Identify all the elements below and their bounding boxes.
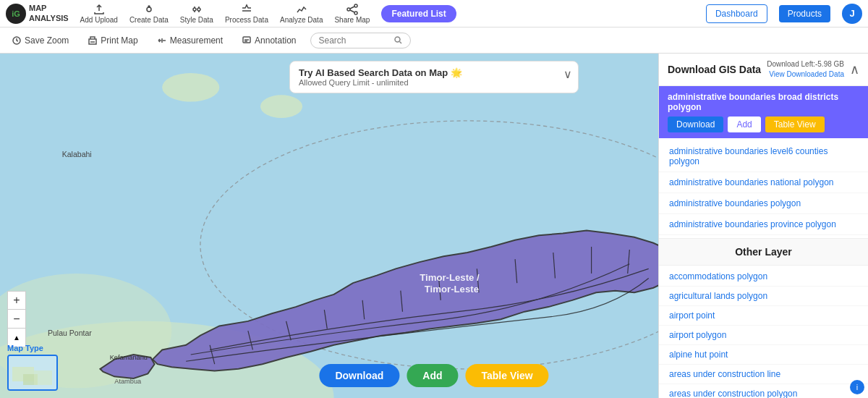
other-layer-item-4[interactable]: alpine hut point	[659, 345, 868, 365]
map-type-thumbnail[interactable]	[7, 355, 58, 391]
save-zoom-label: Save Zoom	[25, 35, 69, 46]
svg-point-5	[347, 8, 350, 11]
ai-banner-title: Try AI Based Search Data on Map 🌟	[299, 67, 556, 78]
gis-header: Download GIS Data Download Left:-5.98 GB…	[659, 54, 868, 86]
layer-list: administrative boundaries level6 countie…	[659, 138, 868, 238]
bottom-add-button[interactable]: Add	[407, 364, 458, 387]
zoom-in-button[interactable]: +	[7, 291, 26, 310]
nav-process-data-label: Process Data	[225, 16, 268, 24]
right-panel: Download GIS Data Download Left:-5.98 GB…	[658, 54, 868, 398]
panel-collapse-button[interactable]: ∧	[850, 62, 859, 77]
gis-meta: Download Left:-5.98 GB View Downloaded D…	[767, 59, 844, 80]
nav-share-map[interactable]: Share Map	[334, 4, 370, 24]
other-layer-item-3[interactable]: airport polygon	[659, 326, 868, 345]
svg-point-6	[354, 12, 357, 14]
bottom-actions: Download Add Table View	[319, 364, 548, 387]
svg-text:Timor-Leste /: Timor-Leste /	[420, 272, 480, 283]
search-input[interactable]	[318, 35, 391, 46]
nav-add-upload-label: Add Upload	[80, 16, 118, 24]
nav-share-map-label: Share Map	[334, 16, 370, 24]
other-layer-item-0[interactable]: accommodations polygon	[659, 267, 868, 287]
layer-item-2[interactable]: administrative boundaries polygon	[659, 193, 868, 214]
svg-text:Atambua: Atambua	[114, 378, 142, 385]
bottom-table-button[interactable]: Table View	[466, 364, 549, 387]
measurement-button[interactable]: Measurement	[153, 33, 227, 48]
svg-text:Kefamananu: Kefamananu	[110, 354, 148, 361]
save-zoom-button[interactable]: Save Zoom	[7, 33, 73, 48]
annotation-button[interactable]: Annotation	[237, 33, 300, 48]
map-type-label: Map Type	[7, 344, 58, 352]
zoom-out-button[interactable]: −	[7, 310, 26, 329]
gis-panel-title: Download GIS Data	[668, 64, 761, 75]
search-box	[310, 33, 411, 48]
print-map-label: Print Map	[101, 35, 137, 46]
other-layer-header: Other Layer	[659, 238, 868, 266]
measurement-label: Measurement	[170, 35, 223, 46]
print-map-button[interactable]: Print Map	[83, 33, 142, 48]
nav-add-upload[interactable]: Add Upload	[80, 4, 118, 24]
other-layer-item-1[interactable]: agricultural lands polygon	[659, 287, 868, 306]
nav-analyze-data[interactable]: Analyze Data	[280, 4, 323, 24]
logo-area: iG MAP ANALYSIS	[6, 4, 69, 24]
logo-text: MAP ANALYSIS	[29, 4, 69, 22]
layer-item-1[interactable]: administrative boundaries national polyg…	[659, 172, 868, 193]
download-left-text: Download Left:-5.98 GB	[767, 59, 844, 69]
other-layer-list: accommodations polygon agricultural land…	[659, 266, 868, 398]
svg-point-15	[260, 95, 302, 118]
panel-table-button[interactable]: Table View	[765, 117, 825, 132]
highlighted-item-text: administrative boundaries broad district…	[668, 92, 859, 112]
other-layer-item-2[interactable]: airport point	[659, 306, 868, 326]
panel-download-button[interactable]: Download	[668, 117, 723, 132]
logo-icon: iG	[6, 4, 26, 24]
svg-point-14	[162, 73, 219, 102]
ai-banner: Try AI Based Search Data on Map 🌟 Allowe…	[289, 61, 579, 93]
dashboard-button[interactable]: Dashboard	[706, 4, 767, 23]
highlighted-item: administrative boundaries broad district…	[659, 86, 868, 138]
other-layer-item-5[interactable]: areas under construction line	[659, 365, 868, 384]
nav-style-data-label: Style Data	[180, 16, 213, 24]
svg-rect-44	[34, 371, 52, 385]
nav-process-data[interactable]: Process Data	[225, 4, 268, 24]
nav-analyze-data-label: Analyze Data	[280, 16, 323, 24]
bottom-download-button[interactable]: Download	[319, 364, 399, 387]
svg-point-2	[193, 8, 196, 11]
ai-banner-subtitle: Allowed Query Limit - unlimited	[299, 78, 556, 87]
highlighted-actions: Download Add Table View	[668, 117, 859, 132]
search-icon	[393, 35, 403, 45]
other-layer-item-6[interactable]: areas under construction polygon	[659, 384, 868, 398]
svg-text:Kalabahi: Kalabahi	[62, 150, 92, 158]
map-controls: + − ▲	[7, 291, 26, 347]
annotation-label: Annotation	[255, 35, 296, 46]
svg-text:Pulau Pontar: Pulau Pontar	[48, 329, 92, 337]
nav-create-data[interactable]: Create Data	[129, 4, 169, 24]
svg-point-3	[197, 8, 200, 11]
nav-style-data[interactable]: Style Data	[180, 4, 213, 24]
layer-item-0[interactable]: administrative boundaries level6 countie…	[659, 141, 868, 172]
svg-point-4	[354, 4, 357, 7]
map-type-box: Map Type	[7, 344, 58, 391]
products-button[interactable]: Products	[779, 5, 830, 22]
nav-create-data-label: Create Data	[129, 16, 169, 24]
user-avatar[interactable]: J	[842, 4, 862, 24]
featured-list-button[interactable]: Featured List	[381, 5, 456, 22]
ai-banner-close-button[interactable]: ∨	[563, 67, 572, 81]
info-button[interactable]: i	[850, 380, 864, 394]
svg-text:Timor-Leste: Timor-Leste	[425, 284, 479, 295]
view-downloaded-link[interactable]: View Downloaded Data	[769, 70, 844, 78]
layer-item-3[interactable]: administrative boundaries province polyg…	[659, 214, 868, 235]
toolbar: Save Zoom Print Map Measurement Annotati…	[0, 27, 868, 54]
top-nav: iG MAP ANALYSIS Add Upload Create Data S…	[0, 0, 868, 27]
svg-point-0	[147, 7, 151, 12]
svg-point-1	[148, 6, 150, 7]
panel-add-button[interactable]: Add	[728, 117, 760, 132]
svg-point-10	[395, 37, 400, 42]
